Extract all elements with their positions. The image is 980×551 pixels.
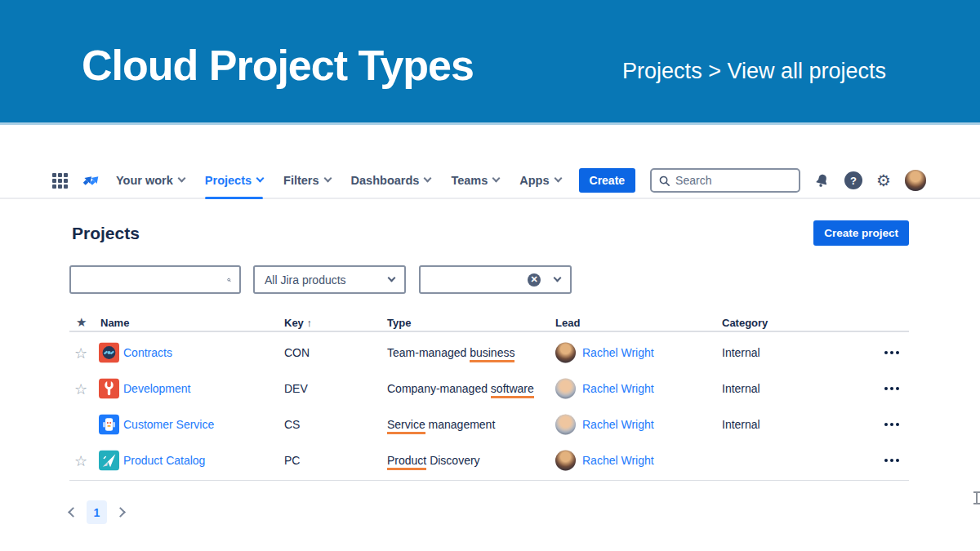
slide-breadcrumb: Projects > View all projects [622,59,886,84]
annotation-underline: business [470,346,514,362]
project-type: Product Discovery [387,454,480,467]
jira-products-filter-select[interactable]: All Jira products [253,265,406,294]
row-actions-menu-icon[interactable] [883,384,901,393]
settings-gear-icon[interactable]: ⚙ [876,172,891,189]
global-search-input[interactable] [675,174,773,187]
table-bottom-divider [69,480,909,481]
lead-avatar[interactable] [555,415,576,435]
page-title: Projects [72,224,140,243]
project-category: Internal [722,418,760,431]
next-page-icon[interactable] [115,507,126,518]
star-toggle-icon[interactable]: ☆ [74,344,87,362]
row-actions-menu-icon[interactable] [883,420,901,429]
create-button[interactable]: Create [579,168,636,193]
previous-page-icon[interactable] [68,507,78,518]
column-lead[interactable]: Lead [555,316,580,328]
row-actions-menu-icon[interactable] [883,455,901,465]
column-name[interactable]: Name [100,316,129,328]
project-category: Internal [722,346,760,359]
category-filter-select[interactable]: ✕ [419,265,572,294]
filter-bar: All Jira products ✕ [69,265,909,294]
annotation-underline: software [491,382,534,398]
project-key: CON [284,346,310,359]
product-catalog-project-icon[interactable] [99,451,119,471]
help-icon[interactable]: ? [844,171,862,189]
nav-item-label: Filters [283,174,319,187]
nav-item-filters[interactable]: Filters [283,163,331,198]
annotation-underline: Service [387,418,425,434]
chevron-down-icon [554,273,562,282]
pagination: 1 [69,500,124,524]
page-header: Projects Create project [69,220,909,247]
table-row-contracts: ☆ Contracts CON Team-managed business Ra… [69,335,909,371]
jira-logo-icon[interactable] [82,171,101,190]
project-key: CS [284,418,300,431]
project-name-filter-input[interactable] [79,273,227,287]
lead-avatar[interactable] [555,343,576,363]
lead-link[interactable]: Rachel Wright [582,454,654,467]
create-project-button[interactable]: Create project [813,220,909,246]
chevron-down-icon [177,175,185,183]
nav-item-label: Dashboards [351,174,420,187]
project-link[interactable]: Contracts [123,346,172,359]
nav-right-icons: ? ⚙ [813,170,926,191]
table-row-customer-service: ☆ Customer Service CS Service management… [69,407,909,442]
star-toggle-icon[interactable]: ☆ [74,380,87,398]
project-category: Internal [722,382,760,395]
project-link[interactable]: Customer Service [123,418,214,431]
project-link[interactable]: Product Catalog [123,454,205,467]
lead-avatar[interactable] [555,451,576,471]
project-type: Company-managed software [387,382,534,395]
column-type[interactable]: Type [387,316,411,328]
chevron-down-icon [323,175,332,183]
mouse-cursor [973,491,980,504]
slide-banner: Cloud Project Types Projects > View all … [0,0,980,125]
star-toggle-icon[interactable]: ☆ [74,452,87,469]
table-row-product-catalog: ☆ Product Catalog PC Product Discovery R… [69,442,909,478]
nav-item-projects[interactable]: Projects [205,163,263,198]
nav-item-label: Teams [451,174,488,187]
slide-title: Cloud Project Types [82,41,474,90]
products-filter-value: All Jira products [265,273,383,287]
user-avatar[interactable] [905,170,926,191]
annotation-underline: Product [387,454,426,470]
contracts-project-icon[interactable] [99,343,119,363]
star-column-icon[interactable]: ★ [76,315,87,330]
nav-item-dashboards[interactable]: Dashboards [351,163,431,198]
column-category[interactable]: Category [722,316,768,328]
project-type: Service management [387,418,495,431]
clear-filter-icon[interactable]: ✕ [528,273,541,287]
nav-menu: Your work Projects Filters Dashboards Te… [116,163,561,198]
table-header-divider [69,331,909,332]
nav-item-apps[interactable]: Apps [519,163,560,198]
development-project-icon[interactable] [99,379,119,399]
project-type: Team-managed business [387,346,514,359]
nav-item-label: Apps [519,174,549,187]
lead-link[interactable]: Rachel Wright [582,418,654,431]
chevron-down-icon [424,175,432,183]
app-switcher-icon[interactable] [52,173,68,189]
lead-link[interactable]: Rachel Wright [582,382,654,395]
table-header: ★ Name Key ↑ Type Lead Category [69,313,909,331]
project-name-filter[interactable] [69,265,241,294]
sort-ascending-icon: ↑ [306,316,312,328]
column-key-sorted[interactable]: Key ↑ [284,316,312,328]
lead-link[interactable]: Rachel Wright [582,346,654,359]
nav-item-label: Your work [116,174,173,187]
project-key: PC [284,454,300,467]
current-page-button[interactable]: 1 [87,500,107,524]
lead-avatar[interactable] [555,379,576,399]
global-search-box[interactable] [650,168,800,193]
top-navbar: Your work Projects Filters Dashboards Te… [0,163,980,199]
chevron-down-icon [388,273,396,282]
notifications-bell-icon[interactable] [812,170,832,190]
search-icon [658,175,670,187]
project-key: DEV [284,382,308,395]
project-link[interactable]: Development [123,382,191,395]
row-actions-menu-icon[interactable] [883,348,901,358]
chevron-down-icon [554,175,562,183]
search-icon [227,273,231,287]
nav-item-teams[interactable]: Teams [451,163,499,198]
customer-service-project-icon[interactable] [99,415,119,435]
nav-item-your-work[interactable]: Your work [116,163,185,198]
